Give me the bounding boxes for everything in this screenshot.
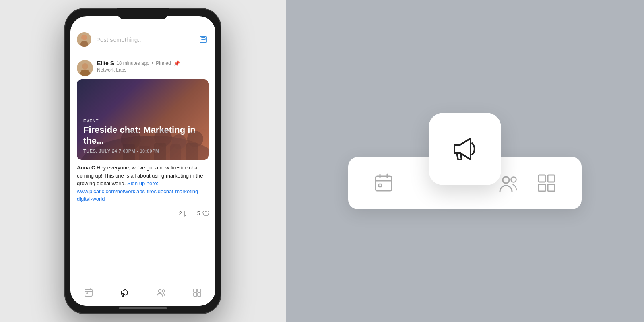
svg-rect-12 <box>85 289 92 296</box>
nav-item-people[interactable] <box>151 286 171 299</box>
event-card[interactable]: EVENT Fireside chat: Marketing in the...… <box>77 79 209 160</box>
post-author-avatar <box>77 60 93 76</box>
user-avatar <box>77 32 91 47</box>
people-icon <box>156 287 166 298</box>
post-item: Ellie S 18 minutes ago • Pinned 📌 Networ… <box>70 55 215 222</box>
comment-action[interactable]: 2 <box>179 210 191 217</box>
post-org: Network Labs <box>97 67 209 73</box>
event-background: EVENT Fireside chat: Marketing in the...… <box>77 79 209 160</box>
svg-rect-21 <box>379 184 382 187</box>
post-separator: • <box>152 60 153 66</box>
megaphone-icon <box>120 287 130 298</box>
svg-point-22 <box>503 177 509 183</box>
svg-rect-8 <box>139 146 150 160</box>
svg-rect-26 <box>539 184 545 191</box>
svg-rect-20 <box>376 176 392 191</box>
svg-rect-25 <box>548 175 555 182</box>
tab-bar-zoom <box>348 113 582 209</box>
post-body-author: Anna C <box>77 165 95 171</box>
active-tab-card[interactable] <box>429 113 501 185</box>
post-pinned-label: Pinned <box>156 60 171 66</box>
phone-notch <box>117 8 169 19</box>
svg-rect-17 <box>198 289 201 292</box>
post-body: Anna C Hey everyone, we've got a new fir… <box>77 164 209 206</box>
post-author-line: Ellie S 18 minutes ago • Pinned 📌 <box>97 60 209 66</box>
feed: Ellie S 18 minutes ago • Pinned 📌 Networ… <box>70 52 215 282</box>
svg-rect-18 <box>194 293 197 296</box>
post-bar[interactable]: Post something... <box>70 27 215 52</box>
right-panel <box>286 0 644 322</box>
tab-calendar-icon[interactable] <box>372 171 396 195</box>
svg-rect-13 <box>87 293 88 294</box>
post-actions: 2 5 <box>77 206 209 222</box>
svg-point-23 <box>511 177 516 182</box>
left-panel: Post something... <box>0 0 286 322</box>
compose-icon[interactable] <box>198 34 209 45</box>
phone-mockup: Post something... <box>64 8 221 314</box>
nav-item-megaphone[interactable] <box>115 286 135 299</box>
comment-count: 2 <box>179 210 182 216</box>
post-header: Ellie S 18 minutes ago • Pinned 📌 Networ… <box>77 60 209 76</box>
post-time: 18 minutes ago <box>116 60 149 66</box>
phone-screen: Post something... <box>70 16 215 306</box>
tab-grid-icon[interactable] <box>535 171 559 195</box>
calendar-icon <box>83 287 94 298</box>
svg-rect-16 <box>194 289 197 292</box>
phone-home-bar <box>119 307 167 309</box>
post-author-name: Ellie S <box>97 60 114 66</box>
post-placeholder[interactable]: Post something... <box>96 36 198 43</box>
screen-content: Post something... <box>70 16 215 306</box>
svg-rect-19 <box>198 293 201 296</box>
grid-icon <box>192 287 202 298</box>
like-action[interactable]: 5 <box>197 210 209 217</box>
svg-point-15 <box>162 290 165 292</box>
like-count: 5 <box>197 210 200 216</box>
pin-icon: 📌 <box>173 60 180 66</box>
svg-rect-10 <box>170 144 181 160</box>
svg-point-14 <box>159 289 161 292</box>
bottom-nav <box>70 282 215 306</box>
svg-rect-24 <box>539 175 545 182</box>
svg-rect-11 <box>186 143 198 160</box>
nav-item-calendar[interactable] <box>78 286 99 299</box>
svg-rect-7 <box>123 144 135 160</box>
post-meta: Ellie S 18 minutes ago • Pinned 📌 Networ… <box>97 60 209 73</box>
svg-rect-27 <box>548 184 555 191</box>
svg-rect-9 <box>154 143 166 160</box>
nav-item-grid[interactable] <box>187 286 207 299</box>
